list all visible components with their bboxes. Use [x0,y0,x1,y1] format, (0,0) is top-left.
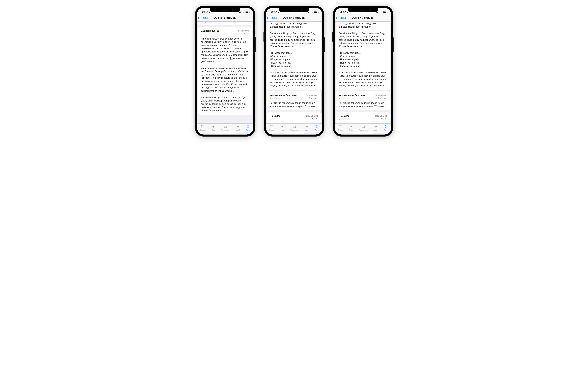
search-icon [246,125,250,129]
notch [279,8,309,12]
chevron-left-icon [198,17,200,19]
arcade-icon: ✥ [305,125,309,129]
today-icon [339,125,342,128]
nav-bar: Назад Оценки и отзывы [197,14,253,22]
review-card[interactable]: Уведомления без звука ★☆☆☆☆ 2 года назад… [336,91,390,111]
review-card[interactable]: Зашкварище! 🤬 ★☆☆☆☆ 1 год назадDyakiv Я … [267,22,321,90]
status-time: 20:17 [340,11,346,13]
tab-label: Arcade [373,129,378,131]
review-time: 2 года назад [305,94,318,97]
tab-apps[interactable]: ▤Приложения [290,125,299,131]
svg-point-2 [316,126,318,127]
tab-games[interactable]: ✦Игры [280,125,284,131]
rocket-icon: ✦ [211,125,215,129]
page-title: Оценки и отзывы [352,16,374,19]
wifi-icon [242,11,245,13]
review-body: Я не понимаю, откуда берутся все эти вос… [201,37,249,112]
review-author: Alex_50 [305,117,318,120]
review-card[interactable]: Уведомления без звука ★☆☆☆☆ 2 года назад… [267,91,321,111]
tab-today[interactable]: Сегодня [337,125,343,131]
tab-label: Поиск [246,129,250,131]
review-body: Как можно доверить задание приложению ко… [270,101,318,108]
review-time: 2 года назад [375,114,387,117]
svg-line-1 [249,127,250,128]
home-indicator[interactable] [353,133,373,133]
star-icon: ☆ [203,33,205,35]
review-body: Как можно доверить задание приложению ко… [339,101,387,108]
arcade-icon: ✥ [374,125,378,129]
page-title: Оценки и отзывы [283,16,305,19]
reviews-scroll[interactable]: Зашкварище! 🤬 ★☆☆☆☆ 1 год назадDyakiv Я … [266,22,322,123]
tab-apps[interactable]: ▤Приложения [359,125,368,131]
review-time: 2 года назад [305,114,318,117]
tab-label: Игры [349,129,353,131]
tab-today[interactable]: Сегодня [269,125,274,131]
review-body: Я не понимаю, откуда берутся все эти вос… [339,22,387,87]
review-card[interactable]: Зашкварище! 🤬 ★☆☆☆☆ 1 год назадDyakiv Я … [336,22,390,90]
tab-label: Сегодня [269,129,274,131]
tab-arcade[interactable]: ✥Arcade [373,125,378,131]
review-author: Alex_50 [375,117,387,120]
review-author: Kamchieff [375,97,387,100]
review-time: 1 год назад [238,29,249,32]
tab-today[interactable]: Сегодня [200,125,205,131]
battery-icon [315,11,318,13]
reviews-scroll[interactable]: Зашкварище! 🤬 ★☆☆☆☆ 1 год назадDyakiv Я … [335,22,391,123]
tab-games[interactable]: ✦Игры [349,125,353,131]
review-card[interactable]: Не зашло ★☆☆☆☆ 2 года назадAlex_50 [336,112,390,123]
battery-icon [246,11,249,13]
search-icon [384,125,388,129]
home-indicator[interactable] [215,133,235,133]
home-indicator[interactable] [284,133,304,133]
review-card[interactable]: Не зашло ★☆☆☆☆ 2 года назадAlex_50 [267,112,321,123]
rocket-icon: ✦ [349,125,353,129]
review-body: Я не понимаю, откуда берутся все эти вос… [270,22,318,87]
tab-bar: Сегодня ✦Игры ▤Приложения ✥Arcade Поиск [335,123,391,133]
today-icon [201,125,204,128]
tab-arcade[interactable]: ✥Arcade [304,125,309,131]
reviews-scroll[interactable]: три раза оплатить, чтобы была система. З… [197,22,253,123]
svg-line-5 [387,127,388,128]
apps-icon: ▤ [223,125,227,129]
nav-bar: Назад Оценки и отзывы [335,14,391,22]
tab-search[interactable]: Поиск [246,125,250,131]
review-card[interactable]: Зашкварище! 🤬 ★☆☆☆☆ 1 год назад Dyakiv Я… [199,27,252,115]
screen: 20:17➤ Назад Оценки и отзывы Зашкварище!… [266,8,322,134]
tab-bar: Сегодня ✦ Игры ▤ Приложения ✥ Arcade Пои… [197,123,253,133]
tab-games[interactable]: ✦ Игры [211,125,215,131]
svg-point-0 [247,126,249,127]
today-icon [270,125,273,128]
battery-icon [383,11,387,13]
back-label: Назад [201,16,208,19]
tab-apps[interactable]: ▤ Приложения [221,125,230,131]
back-button[interactable]: Назад [336,14,346,22]
review-time: 2 года назад [375,94,387,97]
apps-icon: ▤ [292,125,296,129]
tab-label: Игры [280,129,284,131]
wifi-icon [380,11,383,13]
prev-review-text: три раза оплатить, чтобы была система. [201,22,244,23]
scrollbar[interactable] [322,90,322,113]
tab-search[interactable]: Поиск [315,125,319,131]
notch [210,8,240,12]
back-label: Назад [270,16,277,19]
nav-bar: Назад Оценки и отзывы [266,14,322,22]
apps-icon: ▤ [361,125,365,129]
tab-label: Сегодня [337,129,343,131]
wifi-icon [311,11,314,13]
phone-mock-1: 20:17 ➤ Назад Оценки и отзывы три раза о… [195,6,255,137]
tab-search[interactable]: Поиск [384,125,388,131]
status-time: 20:17 [202,11,208,13]
rocket-icon: ✦ [280,125,284,129]
tab-arcade[interactable]: ✥ Arcade [236,125,240,131]
search-icon [315,125,319,129]
phone-mock-3: 20:17➤ Назад Оценки и отзывы Зашкварище!… [333,6,393,137]
star-icon: ☆ [205,33,207,35]
prev-review-card-tail[interactable]: три раза оплатить, чтобы была система. [199,22,252,25]
tab-label: Поиск [384,129,388,131]
back-button[interactable]: Назад [267,14,277,22]
back-button[interactable]: Назад [198,14,208,22]
star-icon: ☆ [207,33,209,35]
back-label: Назад [339,16,346,19]
phone-mock-2: 20:17➤ Назад Оценки и отзывы Зашкварище!… [264,6,324,137]
